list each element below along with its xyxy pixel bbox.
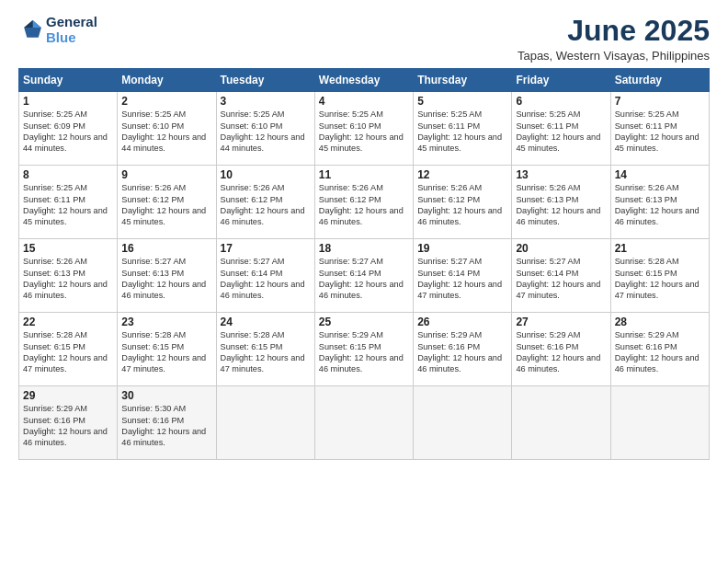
- day-number: 10: [221, 168, 311, 181]
- calendar: SundayMondayTuesdayWednesdayThursdayFrid…: [18, 68, 710, 460]
- day-info: Sunrise: 5:27 AMSunset: 6:14 PMDaylight:…: [221, 256, 311, 302]
- day-number: 7: [615, 95, 705, 108]
- calendar-cell: 22Sunrise: 5:28 AMSunset: 6:15 PMDayligh…: [19, 313, 118, 386]
- weekday-header-monday: Monday: [118, 69, 216, 92]
- day-number: 27: [516, 316, 606, 328]
- day-info: Sunrise: 5:25 AMSunset: 6:10 PMDaylight:…: [221, 109, 311, 155]
- day-number: 24: [221, 316, 311, 328]
- day-number: 9: [121, 168, 211, 181]
- day-info: Sunrise: 5:28 AMSunset: 6:15 PMDaylight:…: [221, 329, 311, 375]
- day-number: 14: [615, 168, 705, 181]
- month-year: June 2025: [518, 15, 710, 47]
- day-number: 25: [319, 316, 409, 328]
- day-info: Sunrise: 5:26 AMSunset: 6:13 PMDaylight:…: [516, 182, 606, 228]
- day-info: Sunrise: 5:25 AMSunset: 6:11 PMDaylight:…: [615, 109, 705, 155]
- svg-marker-2: [24, 20, 32, 28]
- calendar-cell: 28Sunrise: 5:29 AMSunset: 6:16 PMDayligh…: [610, 313, 709, 386]
- day-number: 16: [121, 242, 211, 255]
- day-info: Sunrise: 5:28 AMSunset: 6:15 PMDaylight:…: [23, 329, 113, 375]
- day-number: 13: [516, 168, 606, 181]
- weekday-header-saturday: Saturday: [610, 69, 709, 92]
- weekday-header-tuesday: Tuesday: [216, 69, 314, 92]
- weekday-header-sunday: Sunday: [19, 69, 118, 92]
- calendar-cell: 5Sunrise: 5:25 AMSunset: 6:11 PMDaylight…: [414, 92, 512, 166]
- calendar-cell: [216, 386, 314, 460]
- title-block: June 2025 Tapas, Western Visayas, Philip…: [518, 15, 710, 63]
- day-number: 30: [121, 389, 211, 402]
- day-info: Sunrise: 5:27 AMSunset: 6:14 PMDaylight:…: [319, 256, 409, 302]
- day-info: Sunrise: 5:29 AMSunset: 6:16 PMDaylight:…: [615, 329, 705, 375]
- day-info: Sunrise: 5:25 AMSunset: 6:11 PMDaylight:…: [516, 109, 606, 155]
- weekday-header-thursday: Thursday: [414, 69, 512, 92]
- day-info: Sunrise: 5:29 AMSunset: 6:16 PMDaylight:…: [516, 329, 606, 375]
- calendar-cell: [314, 386, 413, 460]
- calendar-cell: 4Sunrise: 5:25 AMSunset: 6:10 PMDaylight…: [314, 92, 413, 166]
- calendar-cell: 29Sunrise: 5:29 AMSunset: 6:16 PMDayligh…: [19, 386, 118, 460]
- calendar-cell: 14Sunrise: 5:26 AMSunset: 6:13 PMDayligh…: [610, 166, 709, 239]
- day-number: 11: [319, 168, 409, 181]
- day-number: 12: [417, 168, 507, 181]
- calendar-cell: 13Sunrise: 5:26 AMSunset: 6:13 PMDayligh…: [512, 166, 610, 239]
- day-number: 28: [615, 316, 705, 328]
- day-number: 15: [23, 242, 113, 255]
- weekday-header-friday: Friday: [512, 69, 610, 92]
- day-info: Sunrise: 5:27 AMSunset: 6:14 PMDaylight:…: [417, 256, 507, 302]
- header: General Blue June 2025 Tapas, Western Vi…: [18, 15, 710, 63]
- day-number: 22: [23, 316, 113, 328]
- calendar-cell: 3Sunrise: 5:25 AMSunset: 6:10 PMDaylight…: [216, 92, 314, 166]
- logo-text: General Blue: [46, 15, 97, 45]
- calendar-cell: 20Sunrise: 5:27 AMSunset: 6:14 PMDayligh…: [512, 239, 610, 313]
- logo-line2: Blue: [46, 29, 76, 45]
- svg-marker-1: [33, 20, 41, 28]
- calendar-cell: 12Sunrise: 5:26 AMSunset: 6:12 PMDayligh…: [414, 166, 512, 239]
- calendar-cell: 8Sunrise: 5:25 AMSunset: 6:11 PMDaylight…: [19, 166, 118, 239]
- calendar-cell: 10Sunrise: 5:26 AMSunset: 6:12 PMDayligh…: [216, 166, 314, 239]
- day-info: Sunrise: 5:26 AMSunset: 6:12 PMDaylight:…: [417, 182, 507, 228]
- week-row-5: 29Sunrise: 5:29 AMSunset: 6:16 PMDayligh…: [19, 386, 710, 460]
- day-info: Sunrise: 5:27 AMSunset: 6:14 PMDaylight:…: [516, 256, 606, 302]
- day-info: Sunrise: 5:25 AMSunset: 6:11 PMDaylight:…: [417, 109, 507, 155]
- day-info: Sunrise: 5:30 AMSunset: 6:16 PMDaylight:…: [121, 403, 211, 449]
- day-info: Sunrise: 5:27 AMSunset: 6:13 PMDaylight:…: [121, 256, 211, 302]
- week-row-2: 8Sunrise: 5:25 AMSunset: 6:11 PMDaylight…: [19, 166, 710, 239]
- day-number: 6: [516, 95, 606, 108]
- day-number: 29: [23, 389, 113, 402]
- calendar-cell: 15Sunrise: 5:26 AMSunset: 6:13 PMDayligh…: [19, 239, 118, 313]
- day-info: Sunrise: 5:28 AMSunset: 6:15 PMDaylight:…: [615, 256, 705, 302]
- week-row-3: 15Sunrise: 5:26 AMSunset: 6:13 PMDayligh…: [19, 239, 710, 313]
- week-row-1: 1Sunrise: 5:25 AMSunset: 6:09 PMDaylight…: [19, 92, 710, 166]
- day-number: 3: [221, 95, 311, 108]
- weekday-header-wednesday: Wednesday: [314, 69, 413, 92]
- day-info: Sunrise: 5:25 AMSunset: 6:10 PMDaylight:…: [121, 109, 211, 155]
- day-number: 1: [23, 95, 113, 108]
- day-info: Sunrise: 5:29 AMSunset: 6:16 PMDaylight:…: [417, 329, 507, 375]
- calendar-cell: [610, 386, 709, 460]
- calendar-cell: 27Sunrise: 5:29 AMSunset: 6:16 PMDayligh…: [512, 313, 610, 386]
- calendar-cell: [414, 386, 512, 460]
- calendar-cell: 6Sunrise: 5:25 AMSunset: 6:11 PMDaylight…: [512, 92, 610, 166]
- day-number: 20: [516, 242, 606, 255]
- calendar-cell: 26Sunrise: 5:29 AMSunset: 6:16 PMDayligh…: [414, 313, 512, 386]
- calendar-cell: 17Sunrise: 5:27 AMSunset: 6:14 PMDayligh…: [216, 239, 314, 313]
- calendar-cell: 30Sunrise: 5:30 AMSunset: 6:16 PMDayligh…: [118, 386, 216, 460]
- logo-line1: General: [46, 15, 97, 30]
- day-number: 4: [319, 95, 409, 108]
- page: General Blue June 2025 Tapas, Western Vi…: [0, 0, 728, 563]
- calendar-cell: 19Sunrise: 5:27 AMSunset: 6:14 PMDayligh…: [414, 239, 512, 313]
- day-number: 21: [615, 242, 705, 255]
- day-number: 26: [417, 316, 507, 328]
- logo: General Blue: [18, 15, 97, 45]
- calendar-cell: 18Sunrise: 5:27 AMSunset: 6:14 PMDayligh…: [314, 239, 413, 313]
- calendar-cell: 9Sunrise: 5:26 AMSunset: 6:12 PMDaylight…: [118, 166, 216, 239]
- calendar-cell: 16Sunrise: 5:27 AMSunset: 6:13 PMDayligh…: [118, 239, 216, 313]
- calendar-cell: 21Sunrise: 5:28 AMSunset: 6:15 PMDayligh…: [610, 239, 709, 313]
- day-info: Sunrise: 5:26 AMSunset: 6:13 PMDaylight:…: [23, 256, 113, 302]
- calendar-cell: 1Sunrise: 5:25 AMSunset: 6:09 PMDaylight…: [19, 92, 118, 166]
- week-row-4: 22Sunrise: 5:28 AMSunset: 6:15 PMDayligh…: [19, 313, 710, 386]
- day-number: 23: [121, 316, 211, 328]
- location: Tapas, Western Visayas, Philippines: [518, 49, 710, 63]
- day-info: Sunrise: 5:26 AMSunset: 6:12 PMDaylight:…: [221, 182, 311, 228]
- day-info: Sunrise: 5:26 AMSunset: 6:12 PMDaylight:…: [121, 182, 211, 228]
- day-number: 5: [417, 95, 507, 108]
- logo-icon: [18, 17, 44, 43]
